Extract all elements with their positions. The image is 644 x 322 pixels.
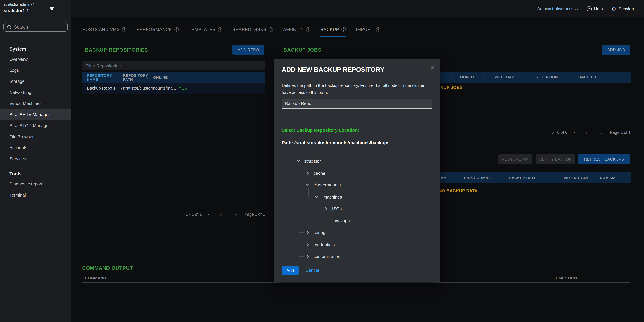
sort-icon[interactable]: ↕ bbox=[482, 75, 484, 79]
sort-icon[interactable]: ↕ bbox=[146, 75, 148, 79]
sidebar-item-stratistor-manager[interactable]: StratiSTOR Manager bbox=[0, 120, 71, 131]
tab-help-icon[interactable]: ? bbox=[269, 27, 273, 32]
sidebar-item-diagnostic-reports[interactable]: Diagnostic reports bbox=[0, 178, 71, 190]
page-size-dropdown[interactable]: ▾ bbox=[208, 213, 209, 216]
sort-icon[interactable]: ↕ bbox=[566, 75, 568, 79]
tab-templates[interactable]: TEMPLATES? bbox=[189, 27, 222, 37]
tree-node-stratistor[interactable]: stratistor bbox=[297, 158, 321, 164]
tab-import[interactable]: IMPORT? bbox=[356, 27, 380, 37]
add-repo-button[interactable]: ADD REPO bbox=[232, 45, 264, 55]
jobs-pagination: 0 - 0 of 0 ▾ ‹ › Page 1 of 1 bbox=[448, 130, 630, 136]
sidebar-item-logs[interactable]: Logs bbox=[0, 65, 71, 76]
tree-node-credentials[interactable]: credentials bbox=[306, 241, 335, 248]
next-page-button[interactable]: › bbox=[235, 211, 237, 217]
repo-online-cell: YES bbox=[179, 86, 209, 90]
help-label: Help bbox=[594, 6, 603, 11]
sidebar-item-networking[interactable]: Networking bbox=[0, 87, 71, 98]
chevron-down-icon bbox=[315, 195, 318, 198]
masthead-actions: Administrative access ? Help ⚙ Session bbox=[537, 0, 634, 18]
next-page-button[interactable]: › bbox=[601, 130, 603, 136]
tree-node-config[interactable]: config bbox=[306, 229, 325, 236]
tree-node-cache[interactable]: cache bbox=[306, 170, 325, 176]
tree-node-clustermounts[interactable]: clustermounts bbox=[306, 182, 341, 188]
sidebar-item-file-browser[interactable]: File Browser bbox=[0, 131, 71, 142]
sidebar-item-storage[interactable]: Storage bbox=[0, 76, 71, 87]
repository-name-input[interactable]: Backup Repo bbox=[282, 98, 432, 109]
sidebar-item-overview[interactable]: Overview bbox=[0, 54, 71, 65]
tab-shared-disks[interactable]: SHARED DISKS? bbox=[232, 27, 273, 37]
page-size-dropdown[interactable]: ▾ bbox=[574, 131, 575, 134]
tab-help-icon[interactable]: ? bbox=[306, 27, 310, 32]
column-repository-name[interactable]: REPOSITORY NAME bbox=[87, 73, 116, 81]
help-menu[interactable]: ? Help bbox=[586, 6, 603, 11]
close-icon[interactable]: × bbox=[430, 64, 434, 71]
sidebar-item-services[interactable]: Services bbox=[0, 153, 71, 164]
verify-backup-button[interactable]: VERIFY BACKUP bbox=[536, 154, 575, 164]
column-online[interactable]: ONLINE bbox=[153, 75, 169, 79]
chevron-right-icon bbox=[306, 172, 309, 175]
tab-hosts-and-vms[interactable]: HOSTS AND VMS? bbox=[82, 27, 126, 37]
tab-help-icon[interactable]: ? bbox=[122, 27, 126, 32]
refresh-backups-button[interactable]: REFRESH BACKUPS bbox=[578, 154, 630, 164]
column-backup-date[interactable]: BACKUP DATE bbox=[509, 176, 536, 180]
column-weekday[interactable]: WEEKDAY bbox=[495, 75, 514, 79]
repositories-pagination: 1 - 1 of 1 ▾ ‹ › Page 1 of 1 bbox=[82, 211, 265, 217]
tree-node-label: machines bbox=[323, 194, 342, 200]
tab-affinity[interactable]: AFFINITY? bbox=[283, 27, 310, 37]
sort-icon[interactable]: ↕ bbox=[521, 75, 523, 79]
tab-performance[interactable]: PERFORMANCE? bbox=[136, 27, 178, 37]
session-menu[interactable]: ⚙ Session bbox=[612, 6, 634, 11]
table-row[interactable]: Backup Repo 1 /stratistor/clustermounts/… bbox=[82, 82, 265, 94]
nav-heading-tools: Tools bbox=[10, 171, 71, 176]
chevron-down-icon bbox=[50, 8, 54, 10]
sort-ascending-icon[interactable]: ↑ bbox=[116, 75, 118, 79]
kebab-menu-icon[interactable]: ⋮ bbox=[252, 85, 258, 91]
tree-node-machines[interactable]: machines bbox=[316, 194, 342, 200]
tree-node-isos[interactable]: ISOs bbox=[324, 205, 342, 212]
add-job-button[interactable]: ADD JOB bbox=[602, 45, 630, 55]
prev-page-button[interactable]: ‹ bbox=[220, 211, 222, 217]
app-root: stratistor-admin@ stratistor1-1 Administ… bbox=[0, 0, 644, 322]
tree-guide-line bbox=[289, 164, 290, 264]
sidebar-item-terminal[interactable]: Terminal bbox=[0, 190, 71, 200]
column-retention[interactable]: RETENTION bbox=[536, 75, 558, 79]
administrative-access-link[interactable]: Administrative access bbox=[537, 6, 578, 11]
sort-icon[interactable]: ↕ bbox=[603, 75, 605, 79]
tree-node-label: cache bbox=[314, 170, 325, 176]
cancel-button[interactable]: Cancel bbox=[306, 268, 319, 273]
tab-help-icon[interactable]: ? bbox=[342, 27, 346, 32]
tree-guide-line bbox=[308, 197, 314, 197]
add-button[interactable]: Add bbox=[282, 266, 298, 275]
sidebar-item-accounts[interactable]: Accounts bbox=[0, 142, 71, 153]
tab-help-icon[interactable]: ? bbox=[174, 27, 178, 32]
column-month[interactable]: MONTH bbox=[460, 75, 474, 79]
column-disk-format[interactable]: DISK FORMAT bbox=[464, 176, 490, 180]
user-menu[interactable]: stratistor-admin@ stratistor1-1 bbox=[0, 0, 71, 18]
tree-node-customization[interactable]: customization bbox=[306, 253, 340, 260]
masthead: stratistor-admin@ stratistor1-1 Administ… bbox=[0, 0, 644, 18]
sort-icon[interactable]: ↕ bbox=[450, 75, 452, 79]
restore-vm-button[interactable]: RESTORE VM bbox=[498, 154, 532, 164]
tab-help-icon[interactable]: ? bbox=[218, 27, 222, 32]
column-data-size[interactable]: DATA SIZE bbox=[598, 176, 618, 180]
tree-node-label: customization bbox=[314, 254, 340, 259]
gear-icon: ⚙ bbox=[612, 6, 616, 11]
tree-guide-line bbox=[298, 244, 304, 245]
sidebar-item-virtual-machines[interactable]: Virtual Machines bbox=[0, 98, 71, 109]
chevron-right-icon bbox=[324, 207, 327, 210]
column-command: COMMAND bbox=[85, 276, 106, 280]
column-repository-path[interactable]: REPOSITORY PATH bbox=[123, 73, 146, 81]
column-timestamp: TIMESTAMP bbox=[555, 276, 578, 280]
tab-help-icon[interactable]: ? bbox=[376, 27, 380, 32]
column-virtual-size[interactable]: VIRTUAL SIZE bbox=[564, 176, 590, 180]
selected-path-label: Path: /stratistor/clustermounts/machines… bbox=[282, 140, 390, 145]
page-label: Page 1 of 1 bbox=[244, 212, 265, 217]
sort-icon[interactable]: ↕ bbox=[169, 75, 171, 79]
column-enabled[interactable]: ENABLED bbox=[578, 75, 596, 79]
sidebar-item-stratiserv-manager[interactable]: StratiSERV Manager bbox=[0, 109, 71, 120]
prev-page-button[interactable]: ‹ bbox=[586, 130, 588, 136]
tab-backup[interactable]: BACKUP? bbox=[320, 27, 346, 37]
search-input[interactable]: Search bbox=[3, 22, 68, 32]
tree-node-backups[interactable]: backups bbox=[334, 217, 350, 224]
filter-repositories-input[interactable]: Filter Repositories bbox=[82, 62, 265, 70]
